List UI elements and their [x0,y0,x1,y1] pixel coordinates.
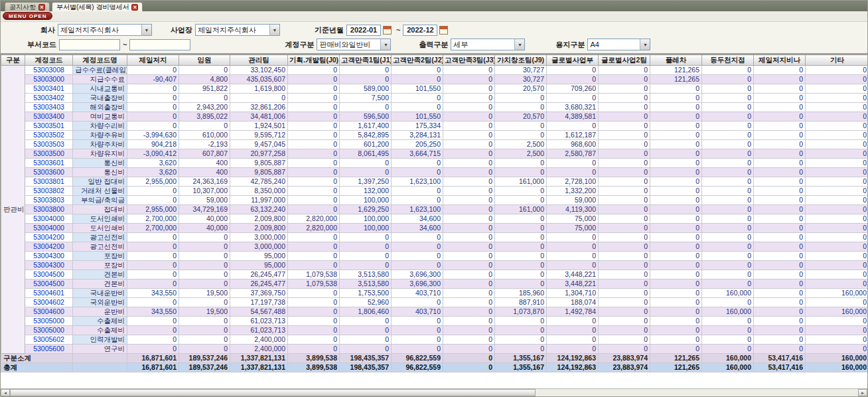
account-name-cell[interactable]: 도서인쇄비 [73,224,127,233]
value-cell[interactable]: 0 [650,252,702,261]
value-cell[interactable]: 1,617,400 [340,121,392,131]
value-cell[interactable]: 0 [127,112,179,121]
value-cell[interactable]: 0 [547,317,599,326]
value-cell[interactable]: 1,612,187 [547,131,599,140]
account-name-cell[interactable]: 견본비 [73,279,127,289]
account-code-cell[interactable]: 53004200 [25,233,73,242]
account-name-cell[interactable]: 수출제비 [73,317,127,326]
value-cell[interactable]: 1,079,538 [288,270,340,279]
value-cell[interactable]: 0 [599,66,650,75]
value-cell[interactable]: 20,570 [495,84,547,94]
account-name-cell[interactable]: 광고선전비 [73,233,127,242]
value-cell[interactable]: 0 [599,289,650,298]
value-cell[interactable]: 0 [599,224,650,233]
account-code-cell[interactable]: 53003401 [25,84,73,94]
account-code-cell[interactable]: 53003501 [25,121,73,131]
account-code-cell[interactable]: 53004601 [25,289,73,298]
value-cell[interactable]: 0 [806,131,868,140]
value-cell[interactable]: 20,570 [495,112,547,121]
value-cell[interactable]: 0 [392,345,443,354]
value-cell[interactable]: 0 [179,298,230,307]
value-cell[interactable]: 0 [599,335,650,345]
value-cell[interactable]: 0 [702,187,754,196]
value-cell[interactable]: 0 [599,75,650,84]
value-cell[interactable]: 0 [754,196,806,205]
value-cell[interactable]: 589,000 [340,84,392,94]
value-cell[interactable]: 0 [702,131,754,140]
tab-close-icon[interactable]: × [38,4,45,11]
value-cell[interactable]: 0 [599,84,650,94]
value-cell[interactable]: 0 [650,140,702,149]
value-cell[interactable]: 2,400,000 [230,335,288,345]
value-cell[interactable]: 0 [599,307,650,317]
value-cell[interactable]: 0 [340,103,392,112]
value-cell[interactable]: 0 [599,140,650,149]
account-name-cell[interactable]: 수출제비 [73,326,127,335]
value-cell[interactable]: 0 [754,261,806,270]
value-cell[interactable]: 0 [495,159,547,168]
value-cell[interactable]: 24,363,169 [179,177,230,187]
value-cell[interactable]: -3,090,412 [127,149,179,159]
value-cell[interactable]: 0 [599,149,650,159]
value-cell[interactable]: 0 [650,289,702,298]
value-cell[interactable]: 0 [650,345,702,354]
value-cell[interactable]: 0 [702,205,754,214]
value-cell[interactable]: 0 [495,224,547,233]
value-cell[interactable]: 0 [443,94,495,103]
account-code-cell[interactable]: 53003800 [25,205,73,214]
value-cell[interactable]: 0 [806,140,868,149]
value-cell[interactable]: 0 [495,317,547,326]
value-cell[interactable]: 0 [702,345,754,354]
value-cell[interactable]: 0 [599,279,650,289]
value-cell[interactable]: 0 [599,131,650,140]
value-cell[interactable]: 0 [754,233,806,242]
value-cell[interactable]: 0 [127,261,179,270]
value-cell[interactable]: 205,250 [392,140,443,149]
value-cell[interactable]: 0 [443,66,495,75]
value-cell[interactable]: 95,000 [230,252,288,261]
value-cell[interactable]: 0 [650,270,702,279]
value-cell[interactable]: 5,842,895 [340,131,392,140]
value-cell[interactable]: 0 [443,279,495,289]
value-cell[interactable]: 0 [806,252,868,261]
value-cell[interactable]: 0 [754,317,806,326]
value-cell[interactable]: 0 [288,298,340,307]
value-cell[interactable]: 596,500 [340,112,392,121]
value-cell[interactable]: 2,820,000 [288,224,340,233]
value-cell[interactable]: 59,000 [179,196,230,205]
value-cell[interactable]: 0 [599,196,650,205]
value-cell[interactable]: 601,200 [340,140,392,149]
value-cell[interactable]: 0 [179,66,230,75]
value-cell[interactable]: 0 [127,317,179,326]
account-code-cell[interactable]: 53004300 [25,252,73,261]
account-name-cell[interactable]: 차량주차비 [73,140,127,149]
value-cell[interactable]: 0 [650,121,702,131]
value-cell[interactable]: 10,307,000 [179,187,230,196]
value-cell[interactable]: 54,567,488 [230,307,288,317]
value-cell[interactable]: 1,924,501 [230,121,288,131]
output-type-select[interactable]: 세부 ▼ [451,39,525,50]
value-cell[interactable]: 0 [288,307,340,317]
value-cell[interactable]: 0 [754,84,806,94]
value-cell[interactable]: 904,218 [127,140,179,149]
value-cell[interactable]: 0 [288,335,340,345]
value-cell[interactable]: 0 [806,298,868,307]
value-cell[interactable]: 52,960 [340,298,392,307]
value-cell[interactable]: 0 [127,252,179,261]
value-cell[interactable]: 610,000 [179,131,230,140]
value-cell[interactable]: 0 [179,121,230,131]
value-cell[interactable]: 0 [127,242,179,252]
account-code-cell[interactable]: 53004200 [25,242,73,252]
value-cell[interactable]: 0 [340,168,392,177]
value-cell[interactable]: 0 [443,168,495,177]
value-cell[interactable]: 160,000 [806,289,868,298]
value-cell[interactable]: 0 [443,140,495,149]
value-cell[interactable]: 0 [340,159,392,168]
value-cell[interactable]: 121,265 [650,75,702,84]
value-cell[interactable]: 0 [650,224,702,233]
account-name-cell[interactable]: 차량수리비 [73,121,127,131]
value-cell[interactable]: 3,895,022 [179,112,230,121]
account-type-select[interactable]: 판매비와일반비 ▼ [317,39,391,50]
value-cell[interactable]: 0 [127,326,179,335]
value-cell[interactable]: 0 [702,94,754,103]
